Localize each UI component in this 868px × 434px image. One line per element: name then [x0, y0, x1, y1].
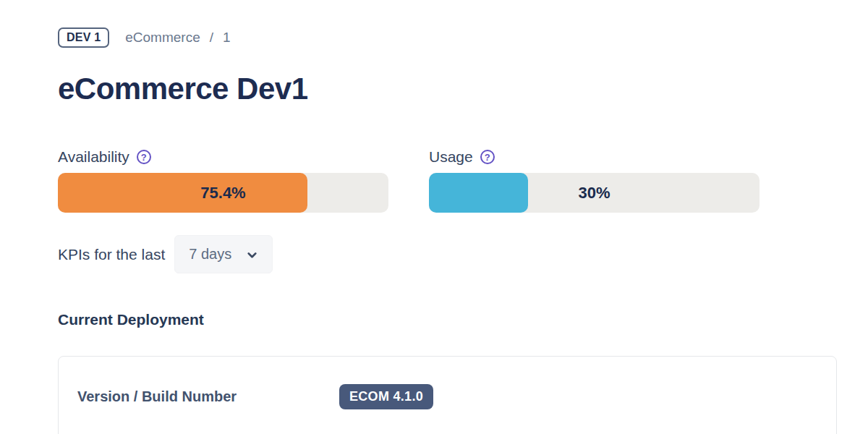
- availability-label: Availability: [58, 148, 129, 166]
- version-field-label: Version / Build Number: [77, 388, 339, 405]
- deployment-field-row: Version / Build Number ECOM 4.1.0: [77, 384, 817, 409]
- availability-progress-bar: 75.4%: [58, 173, 388, 213]
- usage-label: Usage: [429, 148, 473, 166]
- kpi-period-row: KPIs for the last 7 days: [58, 235, 837, 273]
- availability-value: 75.4%: [58, 173, 388, 213]
- usage-progress-bar: 30%: [429, 173, 760, 213]
- environment-details-page: DEV 1 eCommerce / 1 eCommerce Dev1 Avail…: [0, 0, 868, 434]
- page-header: DEV 1 eCommerce / 1 eCommerce Dev1: [58, 27, 837, 107]
- breadcrumb-trail: eCommerce / 1: [125, 30, 230, 46]
- kpi-period-label: KPIs for the last: [58, 246, 165, 263]
- environment-category-badge: DEV 1: [58, 27, 109, 48]
- usage-value: 30%: [429, 173, 760, 213]
- kpi-usage: Usage ? 30%: [429, 148, 760, 213]
- usage-label-row: Usage ?: [429, 148, 760, 166]
- help-icon[interactable]: ?: [137, 150, 151, 164]
- section-title-current-deployment: Current Deployment: [58, 311, 837, 328]
- breadcrumb-separator: /: [210, 30, 213, 46]
- breadcrumb-application[interactable]: eCommerce: [125, 30, 200, 46]
- chevron-down-icon: [246, 249, 258, 261]
- page-title: eCommerce Dev1: [58, 71, 837, 107]
- help-icon[interactable]: ?: [480, 150, 495, 164]
- kpi-period-dropdown[interactable]: 7 days: [174, 235, 273, 273]
- kpi-period-value: 7 days: [189, 246, 231, 263]
- version-badge[interactable]: ECOM 4.1.0: [339, 384, 433, 409]
- breadcrumb: DEV 1 eCommerce / 1: [58, 27, 837, 48]
- current-deployment-card: Version / Build Number ECOM 4.1.0: [58, 356, 837, 434]
- kpi-availability: Availability ? 75.4%: [58, 148, 388, 213]
- kpi-section: Availability ? 75.4% Usage ? 30%: [58, 148, 837, 213]
- breadcrumb-environment[interactable]: 1: [223, 30, 231, 46]
- availability-label-row: Availability ?: [58, 148, 388, 166]
